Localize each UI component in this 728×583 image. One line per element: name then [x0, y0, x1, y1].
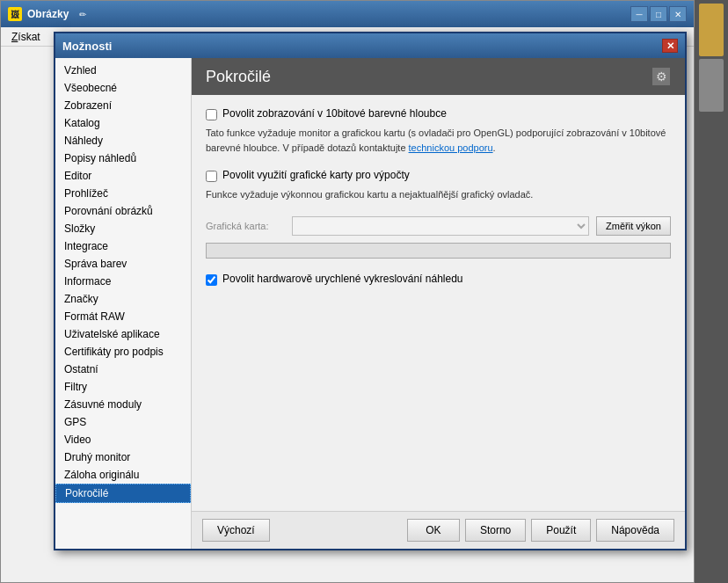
sidebar-item-informace[interactable]: Informace: [55, 273, 191, 290]
sidebar-item-zobrazeni[interactable]: Zobrazení: [55, 97, 191, 114]
checkbox-hw-accel[interactable]: [206, 274, 217, 286]
sidebar-item-znacky[interactable]: Značky: [55, 290, 191, 308]
minimize-button[interactable]: ─: [630, 6, 648, 22]
default-button[interactable]: Výchozí: [202, 519, 270, 542]
close-button[interactable]: ✕: [669, 6, 687, 22]
panel-stripe-2: [699, 59, 724, 112]
sidebar-item-integrace[interactable]: Integrace: [55, 237, 191, 255]
desc-10bit-end: .: [493, 142, 496, 153]
app-background: 🖼 Obrázky ✏ ─ □ ✕ Získat Upravit Informa…: [0, 0, 728, 583]
sidebar-item-pokrocile[interactable]: Pokročilé: [55, 484, 191, 503]
sidebar-item-sprava-barev[interactable]: Správa barev: [55, 255, 191, 273]
desc-gpu: Funkce vyžaduje výkonnou grafickou kartu…: [206, 187, 671, 202]
content-title: Pokročilé: [206, 68, 271, 86]
dialog-body: Vzhled Všeobecné Zobrazení Katalog Náhle…: [55, 58, 685, 549]
window-controls: ─ □ ✕: [630, 6, 687, 22]
sidebar-item-video[interactable]: Video: [55, 431, 191, 448]
option-hw-accel-row: Povolit hardwarově urychlené vykreslován…: [206, 273, 671, 286]
desc-10bit: Tato funkce vyžaduje monitor a grafickou…: [206, 126, 671, 155]
checkbox-10bit[interactable]: [206, 109, 217, 120]
sidebar-item-prohlizec[interactable]: Prohlížeč: [55, 185, 191, 202]
dialog-title: Možnosti: [62, 40, 112, 53]
option-gpu-row: Povolit využití grafické karty pro výpoč…: [206, 169, 671, 182]
sidebar-item-certifikaty[interactable]: Certifikáty pro podpis: [55, 343, 191, 361]
dialog-title-bar: Možnosti ✕: [55, 33, 685, 58]
options-dialog: Možnosti ✕ Vzhled Všeobecné Zobrazení Ka…: [54, 32, 687, 550]
graphics-card-label: Grafická karta:: [206, 221, 285, 231]
app-icon: 🖼: [8, 7, 22, 21]
technical-support-link[interactable]: technickou podporu: [409, 142, 493, 153]
help-button[interactable]: Nápověda: [596, 519, 674, 542]
checkbox-gpu-label[interactable]: Povolit využití grafické karty pro výpoč…: [222, 169, 410, 181]
checkbox-10bit-label[interactable]: Povolit zobrazování v 10bitové barevné h…: [222, 107, 447, 120]
ok-button[interactable]: OK: [407, 519, 460, 542]
dialog-close-button[interactable]: ✕: [662, 39, 678, 53]
sidebar-item-slozky[interactable]: Složky: [55, 220, 191, 237]
graphics-card-row: Grafická karta: Změřit výkon: [206, 216, 671, 236]
checkbox-hw-accel-label[interactable]: Povolit hardwarově urychlené vykreslován…: [222, 273, 463, 285]
sidebar-item-filtry[interactable]: Filtry: [55, 378, 191, 396]
measure-performance-button[interactable]: Změřit výkon: [596, 216, 671, 236]
sidebar-item-vseobecne[interactable]: Všeobecné: [55, 79, 191, 97]
menu-ziskat[interactable]: Získat: [4, 29, 47, 45]
sidebar-item-ostatni[interactable]: Ostatní: [55, 361, 191, 378]
performance-progress-bar: [206, 243, 671, 259]
sidebar-item-uzivatelske[interactable]: Uživatelské aplikace: [55, 325, 191, 343]
sidebar-item-nahledy[interactable]: Náhledy: [55, 132, 191, 149]
graphics-card-select[interactable]: [292, 216, 589, 236]
main-window: 🖼 Obrázky ✏ ─ □ ✕ Získat Upravit Informa…: [0, 0, 695, 583]
content-header: Pokročilé ⚙: [192, 58, 685, 95]
sidebar-item-zaloha[interactable]: Záloha originálu: [55, 466, 191, 484]
settings-sidebar: Vzhled Všeobecné Zobrazení Katalog Náhle…: [55, 58, 192, 549]
app-title: Obrázky: [27, 8, 69, 20]
sidebar-item-gps[interactable]: GPS: [55, 413, 191, 431]
right-panel: [695, 0, 728, 583]
sidebar-item-katalog[interactable]: Katalog: [55, 114, 191, 132]
gear-button[interactable]: ⚙: [652, 67, 671, 86]
sidebar-item-zasuvne[interactable]: Zásuvné moduly: [55, 396, 191, 413]
panel-stripe-1: [699, 4, 724, 56]
sidebar-item-vzhled[interactable]: Vzhled: [55, 62, 191, 79]
content-body: Povolit zobrazování v 10bitové barevné h…: [192, 95, 685, 511]
option-10bit-row: Povolit zobrazování v 10bitové barevné h…: [206, 107, 671, 120]
content-area: Pokročilé ⚙ Povolit zobrazování v 10bito…: [192, 58, 685, 549]
dialog-footer: Výchozí OK Storno Použít Nápověda: [192, 511, 685, 549]
sidebar-item-editor[interactable]: Editor: [55, 167, 191, 185]
maximize-button[interactable]: □: [650, 6, 667, 22]
sidebar-item-popisy-nahledy[interactable]: Popisy náhledů: [55, 149, 191, 167]
sidebar-item-druhy-monitor[interactable]: Druhý monitor: [55, 448, 191, 466]
checkbox-gpu[interactable]: [206, 171, 217, 182]
cancel-button[interactable]: Storno: [465, 519, 526, 542]
sidebar-item-porovnani[interactable]: Porovnání obrázků: [55, 202, 191, 220]
title-bar: 🖼 Obrázky ✏ ─ □ ✕: [1, 1, 694, 27]
apply-button[interactable]: Použít: [531, 519, 591, 542]
sidebar-item-format-raw[interactable]: Formát RAW: [55, 308, 191, 325]
edit-icon[interactable]: ✏: [74, 6, 91, 22]
